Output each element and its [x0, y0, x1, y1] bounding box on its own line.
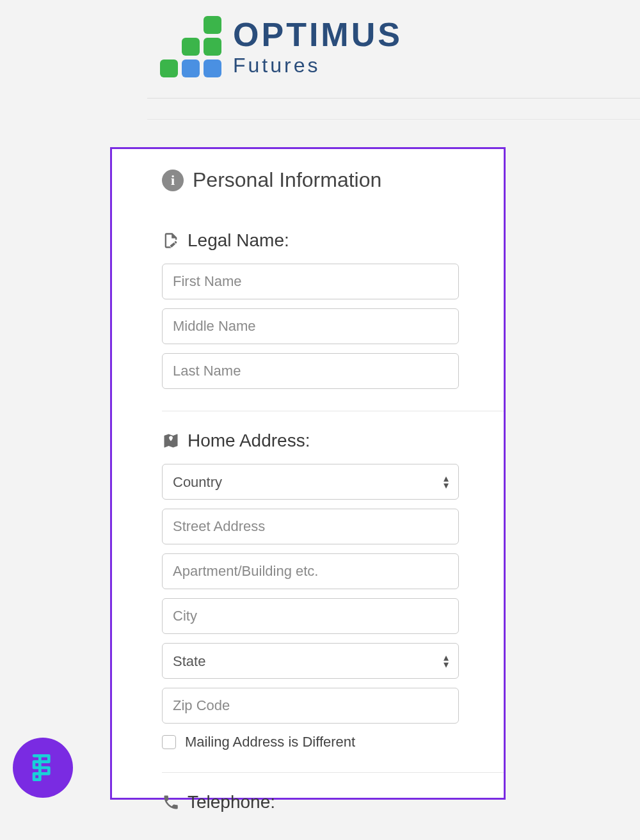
mailing-different-checkbox[interactable] [162, 735, 176, 749]
divider [147, 98, 640, 99]
legal-name-label-text: Legal Name: [188, 230, 289, 251]
divider [147, 119, 640, 120]
logo-mark-icon [160, 16, 221, 77]
brand-title: OPTIMUS [233, 18, 403, 51]
brand-subtitle: Futures [233, 55, 403, 75]
apartment-input[interactable] [162, 553, 459, 589]
phone-icon [162, 793, 180, 811]
section-title-text: Personal Information [193, 168, 381, 192]
divider [162, 411, 504, 411]
street-address-input[interactable] [162, 509, 459, 544]
telephone-label-text: Telephone: [188, 792, 275, 812]
floating-action-button[interactable] [13, 738, 73, 798]
info-icon: i [162, 170, 184, 191]
home-address-label: Home Address: [162, 431, 504, 451]
mailing-different-label: Mailing Address is Different [185, 734, 355, 750]
zip-code-input[interactable] [162, 688, 459, 724]
city-input[interactable] [162, 598, 459, 634]
first-name-input[interactable] [162, 264, 459, 299]
edit-document-icon [162, 232, 180, 250]
brand-logo: OPTIMUS Futures [160, 16, 640, 77]
telephone-label: Telephone: [162, 792, 504, 812]
state-select[interactable]: State [162, 643, 459, 679]
legal-name-label: Legal Name: [162, 230, 504, 251]
home-address-label-text: Home Address: [188, 431, 310, 451]
svg-point-0 [170, 437, 172, 438]
app-badge-icon [25, 750, 61, 786]
country-select[interactable]: Country [162, 464, 459, 500]
middle-name-input[interactable] [162, 308, 459, 344]
personal-info-panel: i Personal Information Legal Name: Home … [110, 147, 506, 800]
map-pin-icon [162, 432, 180, 450]
section-title: i Personal Information [162, 168, 504, 192]
divider [162, 772, 504, 773]
last-name-input[interactable] [162, 353, 459, 389]
